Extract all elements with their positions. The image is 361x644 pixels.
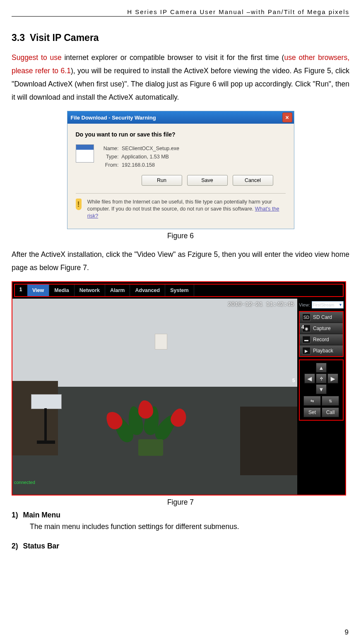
chevron-down-icon: ▼ [339,303,342,307]
menu-advanced[interactable]: Advanced [130,285,165,296]
sdcard-button[interactable]: SDSD Card [300,312,343,323]
side-panel: View: FirstStream ▼ 3 4 SDSD Card ◉Captu… [297,299,345,495]
section-heading: 3.3Visit IP Camera [12,32,349,43]
file-download-dialog: File Download - Security Warning × Do yo… [67,111,294,229]
menu-alarm[interactable]: Alarm [105,285,130,296]
li2-title: Status Bar [23,542,60,550]
file-icon [76,144,94,163]
ptz-up-button[interactable]: ▲ [316,363,327,373]
action-buttons: 4 SDSD Card ◉Capture ▬Record ▶Playback [299,311,344,357]
li1-number: 1) [12,511,18,519]
list-item-1: 1)Main Menu The main menu includes funct… [12,511,349,533]
li1-text: The main menu includes function settings… [30,520,349,533]
ptz-controls: 5 ▲ ◀ •¦• ▶ ▼ ⇆ [299,359,344,421]
ptz-blank [304,363,315,373]
play-icon: ▶ [302,347,310,354]
list-item-2: 2)Status Bar [12,542,349,551]
li1-title: Main Menu [23,511,60,519]
figure6-caption: Figure 6 [12,232,349,240]
save-button[interactable]: Save [187,175,228,186]
name-value: SEClientOCX_Setup.exe [122,146,179,151]
preset-call-button[interactable]: Call [322,407,339,417]
annotation-4: 4 [301,324,304,330]
from-value: 192.168.0.158 [122,162,155,168]
capture-button[interactable]: ◉Capture [300,323,343,334]
ptz-home-button[interactable]: •¦• [316,373,327,383]
page-header: H Series IP Camera User Manual –with Pan… [12,8,349,17]
close-icon[interactable]: × [282,113,292,122]
camera-ui: 1 View Media Network Alarm Advanced Syst… [12,281,346,496]
menu-media[interactable]: Media [49,285,74,296]
shield-icon: ! [76,199,82,210]
ptz-blank [304,384,315,394]
menu-view[interactable]: View [27,285,49,296]
p1-seg2: internet explorer or compatible browser … [62,53,284,62]
type-label: Type: [101,153,119,161]
section-title-text: Visit IP Camera [30,32,99,43]
from-label: From: [101,161,119,169]
dialog-titlebar: File Download - Security Warning × [67,111,294,124]
annotation-5: 5 [292,378,295,383]
paragraph-2: After the ActiveX installation, click th… [12,248,349,274]
cancel-button[interactable]: Cancel [233,175,273,186]
divider [76,193,286,194]
p1-red1: Suggest to use [12,53,62,62]
run-button[interactable]: Run [142,175,182,186]
menu-network[interactable]: Network [75,285,105,296]
video-view: 2010-12-21 11:42:45 connected 2 − ⊕ ✕ ▭ [12,299,297,495]
ptz-blank [327,363,338,373]
main-menu-bar: 1 View Media Network Alarm Advanced Syst… [14,284,344,297]
ptz-blank [327,384,338,394]
stream-selected: FirstStream [313,303,335,307]
paragraph-1: Suggest to use internet explorer or comp… [12,51,349,104]
stream-select[interactable]: FirstStream ▼ [312,301,344,309]
ptz-left-button[interactable]: ◀ [304,373,315,383]
hpatrol-button[interactable]: ⇆ [303,396,321,406]
stream-select-row: View: FirstStream ▼ 3 [299,301,344,309]
record-button[interactable]: ▬Record [300,334,343,345]
warning-text: While files from the Internet can be use… [87,199,286,220]
figure7-caption: Figure 7 [12,498,349,507]
view-label: View: [299,302,310,307]
annotation-3: 3 [348,300,351,306]
sdcard-icon: SD [302,314,310,321]
dialog-question: Do you want to run or save this file? [76,131,286,138]
file-info: Name: SEClientOCX_Setup.exe Type: Applic… [101,144,179,169]
status-connected: connected [14,480,35,485]
ptz-down-button[interactable]: ▼ [316,384,327,394]
type-value: Application, 1.53 MB [121,154,169,160]
ptz-right-button[interactable]: ▶ [327,373,338,383]
record-icon: ▬ [302,336,310,343]
playback-button[interactable]: ▶Playback [300,345,343,356]
li2-number: 2) [12,542,18,550]
section-number: 3.3 [12,32,25,43]
name-label: Name: [101,144,119,153]
menu-system[interactable]: System [165,285,194,296]
vpatrol-button[interactable]: ⇅ [322,396,339,406]
page-number: 9 [345,628,349,637]
annotation-1: 1 [17,285,25,294]
timestamp-overlay: 2010-12-21 11:42:45 [228,301,294,308]
preset-set-button[interactable]: Set [303,407,321,417]
figure7-container: 1 View Media Network Alarm Advanced Syst… [12,281,349,496]
dialog-title: File Download - Security Warning [71,115,156,121]
figure6-container: File Download - Security Warning × Do yo… [12,111,349,229]
